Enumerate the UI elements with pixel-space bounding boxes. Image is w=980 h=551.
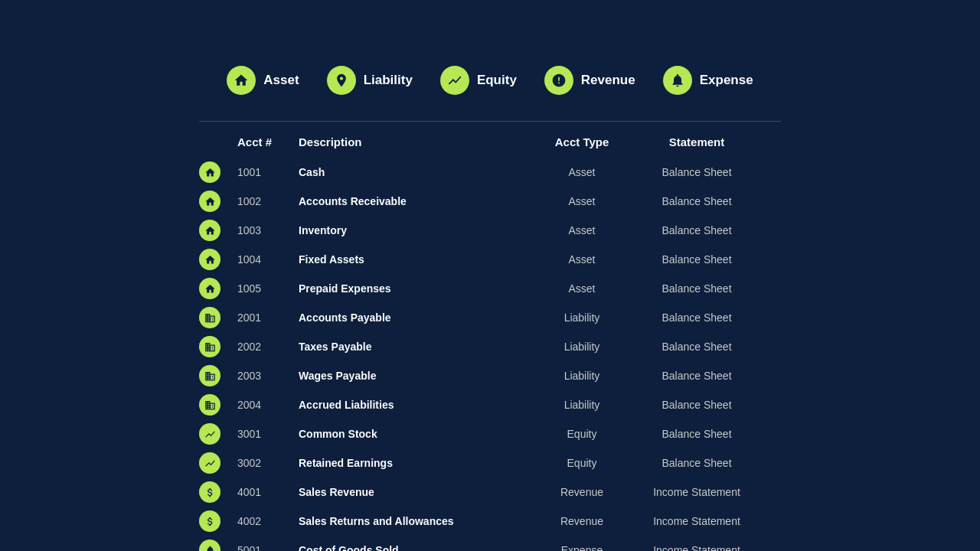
acct-type: Revenue [528,486,635,498]
description: Common Stock [299,428,528,440]
description: Taxes Payable [299,341,528,353]
table-row[interactable]: 2004 Accrued Liabilities Liability Balan… [199,390,781,419]
table-row[interactable]: 1001 Cash Asset Balance Sheet [199,158,781,187]
acct-type: Asset [528,253,635,266]
row-icon [199,161,220,183]
acct-num: 1003 [237,224,299,236]
header-description: Description [299,135,528,148]
acct-num: 3001 [237,428,299,440]
row-icon [199,220,220,241]
description: Fixed Assets [299,253,528,266]
description: Accounts Receivable [299,195,528,207]
acct-type: Asset [528,224,635,236]
statement: Income Statement [635,486,758,498]
statement: Balance Sheet [635,282,758,295]
row-icon [199,278,220,299]
statement: Balance Sheet [635,428,758,440]
tab-expense-label: Expense [700,73,753,88]
statement: Balance Sheet [635,224,758,236]
statement: Balance Sheet [635,195,758,207]
acct-num: 4002 [237,515,299,527]
tab-equity[interactable]: Equity [433,61,524,99]
row-icon [199,394,220,416]
acct-type: Liability [528,399,635,411]
row-icon [199,249,220,270]
table-row[interactable]: 4002 Sales Returns and Allowances Revenu… [199,507,781,536]
row-icon [199,452,220,474]
statement: Income Statement [635,544,758,551]
statement: Balance Sheet [635,341,758,353]
description: Cash [299,166,528,178]
acct-type: Revenue [528,515,635,527]
acct-type: Liability [528,341,635,353]
description: Wages Payable [299,370,528,382]
row-icon [199,191,220,212]
table-row[interactable]: 3001 Common Stock Equity Balance Sheet [199,419,781,448]
acct-num: 2002 [237,341,299,353]
row-icon [199,481,220,503]
acct-num: 2001 [237,311,299,324]
acct-num: 4001 [237,486,299,498]
tab-liability[interactable]: Liability [319,61,420,99]
acct-num: 2003 [237,370,299,382]
acct-num: 1001 [237,166,299,178]
tab-expense[interactable]: Expense [655,61,761,99]
table-row[interactable]: 1003 Inventory Asset Balance Sheet [199,216,781,245]
row-icon [199,365,220,386]
expense-icon [663,66,692,95]
divider [199,121,781,122]
tab-revenue-label: Revenue [581,73,635,88]
acct-type: Asset [528,195,635,207]
description: Accrued Liabilities [299,399,528,411]
acct-type: Equity [528,457,635,469]
acct-type: Liability [528,370,635,382]
statement: Balance Sheet [635,457,758,469]
row-icon [199,510,220,532]
row-icon [199,540,220,551]
header-acct: Acct # [237,135,299,148]
acct-num: 1005 [237,282,299,295]
table-row[interactable]: 5001 Cost of Goods Sold Expense Income S… [199,536,781,551]
table-header: Acct # Description Acct Type Statement [199,129,781,155]
statement: Balance Sheet [635,399,758,411]
acct-type: Expense [528,544,635,551]
tab-asset-label: Asset [263,73,299,88]
statement: Balance Sheet [635,253,758,266]
table-row[interactable]: 1005 Prepaid Expenses Asset Balance Shee… [199,274,781,303]
table-row[interactable]: 4001 Sales Revenue Revenue Income Statem… [199,478,781,507]
acct-num: 5001 [237,544,299,551]
table-row[interactable]: 2001 Accounts Payable Liability Balance … [199,303,781,332]
description: Inventory [299,224,528,236]
description: Retained Earnings [299,457,528,469]
table-body: 1001 Cash Asset Balance Sheet 1002 Accou… [199,158,781,551]
liability-icon [327,66,356,95]
table-row[interactable]: 2003 Wages Payable Liability Balance She… [199,361,781,390]
acct-type: Asset [528,166,635,178]
acct-num: 2004 [237,399,299,411]
asset-icon [227,66,256,95]
equity-icon [440,66,469,95]
description: Cost of Goods Sold [299,544,528,551]
acct-num: 1002 [237,195,299,207]
table-row[interactable]: 2002 Taxes Payable Liability Balance She… [199,332,781,361]
statement: Balance Sheet [635,370,758,382]
revenue-icon [544,66,573,95]
filter-tabs: Asset Liability Equity [219,61,760,99]
row-icon [199,423,220,445]
description: Sales Returns and Allowances [299,515,528,527]
row-icon [199,336,220,357]
table-row[interactable]: 3002 Retained Earnings Equity Balance Sh… [199,448,781,478]
tab-revenue[interactable]: Revenue [537,61,643,99]
acct-type: Liability [528,311,635,324]
statement: Balance Sheet [635,311,758,324]
acct-type: Equity [528,428,635,440]
page-container: Asset Liability Equity [0,0,980,551]
table-row[interactable]: 1004 Fixed Assets Asset Balance Sheet [199,245,781,274]
description: Sales Revenue [299,486,528,498]
table-row[interactable]: 1002 Accounts Receivable Asset Balance S… [199,187,781,216]
header-statement: Statement [635,135,758,148]
acct-num: 3002 [237,457,299,469]
tab-asset[interactable]: Asset [219,61,306,99]
row-icon [199,307,220,328]
description: Prepaid Expenses [299,282,528,295]
